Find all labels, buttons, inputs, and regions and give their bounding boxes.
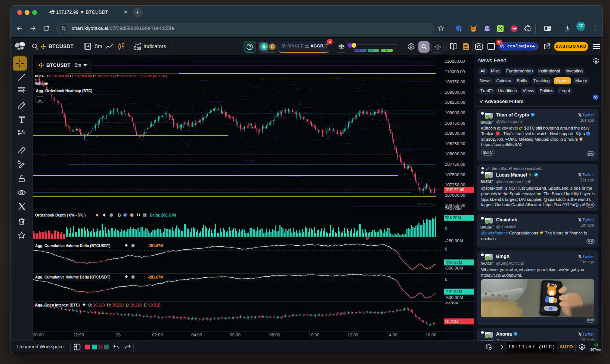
svg-text:1: 1 [459, 29, 461, 32]
svg-text:B: B [118, 213, 121, 217]
svg-text:1: 1 [285, 46, 286, 48]
svg-text:C: C [124, 214, 126, 217]
svg-text:ABP: ABP [512, 27, 517, 30]
